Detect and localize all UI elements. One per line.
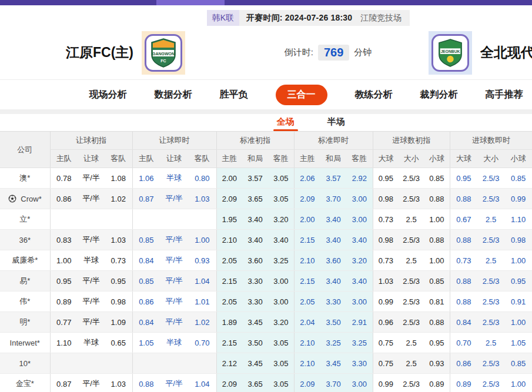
nav-tab-2[interactable]: 数据分析 — [155, 89, 192, 101]
odds-cell: 平/半 — [78, 189, 105, 209]
odds-cell: 2.5 — [399, 333, 424, 353]
sub-header: 大小 — [477, 150, 504, 168]
top-progress-bar — [0, 0, 532, 5]
sub-header: 和局 — [242, 150, 268, 168]
company-cell: 10* — [0, 353, 50, 374]
home-team: 江原FC(主) GANGWON FC — [66, 31, 185, 75]
odds-cell: 0.84 — [132, 250, 160, 271]
group-header-3: 标准初指 — [216, 132, 294, 150]
odds-cell: 平/半 — [78, 230, 105, 250]
table-row: 易*0.95平/半0.950.85平/半1.042.153.303.002.15… — [0, 271, 532, 292]
odds-cell: 0.88 — [132, 374, 160, 392]
nav-tab-6[interactable]: 裁判分析 — [420, 89, 458, 101]
home-team-logo: GANGWON FC — [142, 31, 185, 75]
odds-cell: 半球 — [78, 250, 105, 271]
odds-cell — [78, 353, 105, 374]
odds-cell: 2.5 — [477, 250, 504, 271]
odds-cell: 0.89 — [424, 374, 450, 392]
sub-header: 小球 — [424, 150, 450, 168]
odds-cell: 1.05 — [504, 333, 532, 353]
odds-cell: 3.20 — [268, 209, 294, 230]
odds-cell: 1.02 — [188, 312, 216, 333]
odds-cell: 1.02 — [105, 189, 132, 209]
odds-cell: 3.45 — [320, 353, 346, 374]
odds-cell: 1.00 — [424, 209, 450, 230]
odds-cell: 2.5/3 — [399, 312, 424, 333]
odds-cell: 3.45 — [242, 312, 268, 333]
odds-cell: 半球 — [160, 333, 188, 353]
odds-cell: 0.88 — [424, 312, 450, 333]
odds-cell: 3.50 — [320, 312, 346, 333]
odds-cell: 3.00 — [268, 292, 294, 312]
odds-cell: 3.40 — [242, 230, 268, 250]
odds-cell: 2.5/3 — [399, 168, 424, 189]
odds-cell: 1.03 — [373, 271, 399, 292]
odds-cell: 3.20 — [346, 250, 373, 271]
odds-table-body: 澳*0.78平/半1.081.06半球0.802.003.573.052.063… — [0, 168, 532, 392]
nav-tab-1[interactable]: 现场分析 — [89, 89, 127, 101]
company-cell: 伟* — [0, 292, 50, 312]
odds-cell: 2.5/3 — [399, 271, 424, 292]
odds-cell: 0.85 — [132, 230, 160, 250]
odds-cell: 2.91 — [346, 312, 373, 333]
sub-header: 大球 — [373, 150, 399, 168]
odds-cell: 3.25 — [346, 333, 373, 353]
odds-cell: 0.85 — [132, 271, 160, 292]
odds-cell: 0.98 — [373, 189, 399, 209]
odds-cell: 0.65 — [105, 333, 132, 353]
company-column-header: 公司 — [0, 132, 50, 168]
odds-cell: 2.5/3 — [399, 292, 424, 312]
odds-cell: 0.88 — [450, 189, 477, 209]
nav-tab-7[interactable]: 高手推荐 — [486, 89, 523, 101]
active-tab-underline — [273, 129, 298, 131]
odds-cell: 0.99 — [373, 374, 399, 392]
odds-cell: 平/半 — [160, 230, 188, 250]
odds-cell: 0.99 — [504, 189, 532, 209]
period-tab-2[interactable]: 半场 — [326, 114, 346, 131]
countdown-unit: 分钟 — [354, 47, 372, 58]
odds-cell: 0.95 — [373, 168, 399, 189]
group-header-4: 标准即时 — [294, 132, 373, 150]
nav-tab-3[interactable]: 胜平负 — [220, 89, 248, 101]
odds-cell — [132, 209, 160, 230]
odds-cell: 0.73 — [373, 209, 399, 230]
odds-cell: 0.84 — [450, 312, 477, 333]
odds-cell — [105, 209, 132, 230]
odds-cell: 0.89 — [50, 292, 78, 312]
countdown-label: 倒计时: — [285, 47, 313, 58]
odds-cell: 0.85 — [504, 168, 532, 189]
odds-cell: 1.09 — [105, 312, 132, 333]
odds-cell: 0.88 — [424, 189, 450, 209]
odds-cell: 2.5 — [477, 209, 504, 230]
sub-header: 大小 — [399, 150, 424, 168]
odds-cell: 平/半 — [160, 374, 188, 392]
odds-cell: 0.73 — [450, 250, 477, 271]
period-tab-1[interactable]: 全场 — [276, 114, 296, 131]
home-team-name: 江原FC(主) — [66, 43, 133, 62]
table-row: 威廉希*1.00半球0.730.84平/半0.932.053.603.252.1… — [0, 250, 532, 271]
sub-header: 客胜 — [268, 150, 294, 168]
nav-tab-5[interactable]: 教练分析 — [355, 89, 393, 101]
odds-cell: 半球 — [160, 168, 188, 189]
odds-cell — [132, 353, 160, 374]
odds-cell: 2.5/3 — [477, 353, 504, 374]
odds-cell: 平/半 — [160, 312, 188, 333]
odds-cell: 2.5 — [399, 353, 424, 374]
odds-cell: 0.88 — [450, 230, 477, 250]
odds-cell: 2.10 — [294, 353, 320, 374]
odds-cell: 0.88 — [450, 271, 477, 292]
odds-cell: 0.85 — [424, 271, 450, 292]
odds-cell: 3.50 — [242, 333, 268, 353]
table-row: 金宝*0.87平/半1.030.88平/半1.042.093.653.052.0… — [0, 374, 532, 392]
odds-cell: 2.5 — [399, 209, 424, 230]
odds-cell — [50, 353, 78, 374]
company-cell: 澳* — [0, 168, 50, 189]
odds-cell: 1.89 — [216, 312, 242, 333]
group-header-2: 让球即时 — [132, 132, 216, 150]
odds-cell: 2.15 — [294, 230, 320, 250]
odds-cell: 2.15 — [294, 271, 320, 292]
nav-tab-4[interactable]: 三合一 — [276, 85, 327, 105]
odds-cell: 1.00 — [424, 250, 450, 271]
svg-text:GANGWON: GANGWON — [152, 51, 175, 55]
odds-cell: 平/半 — [78, 168, 105, 189]
